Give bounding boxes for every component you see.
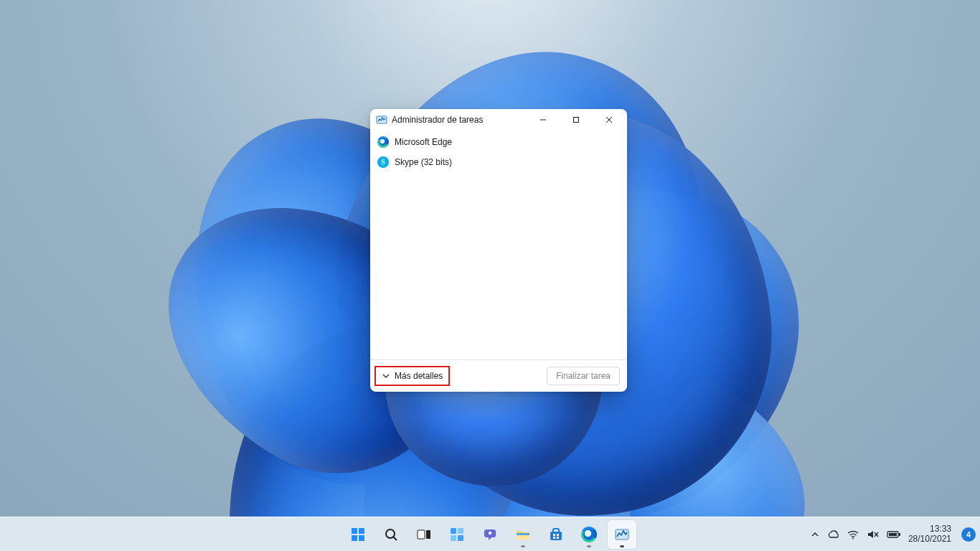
tray-overflow-icon[interactable] <box>811 530 819 539</box>
task-view-button[interactable] <box>410 520 438 549</box>
svg-line-10 <box>394 537 397 540</box>
svg-rect-7 <box>352 535 357 541</box>
window-title: Administrador de tareas <box>392 115 527 125</box>
svg-rect-13 <box>451 528 456 534</box>
svg-rect-6 <box>359 528 364 534</box>
edge-icon <box>377 136 389 148</box>
window-footer: Más detalles Finalizar tarea <box>370 359 627 392</box>
close-button[interactable] <box>593 109 626 131</box>
notification-badge[interactable]: 4 <box>961 527 976 542</box>
onedrive-icon[interactable] <box>826 529 839 540</box>
task-manager-button[interactable] <box>608 520 636 549</box>
svg-rect-2 <box>574 118 579 123</box>
more-details-button[interactable]: Más detalles <box>374 366 450 386</box>
taskbar[interactable]: 13:33 28/10/2021 4 <box>0 517 980 551</box>
ms-store-button[interactable] <box>542 520 570 549</box>
minimize-button[interactable] <box>527 109 560 131</box>
svg-rect-20 <box>517 533 529 535</box>
svg-rect-21 <box>550 532 562 540</box>
svg-point-27 <box>852 537 854 539</box>
svg-rect-15 <box>451 535 456 541</box>
task-list[interactable]: Microsoft Edge S Skype (32 bits) <box>370 131 627 359</box>
search-button[interactable] <box>377 520 405 549</box>
maximize-button[interactable] <box>560 109 593 131</box>
edge-icon <box>581 527 597 542</box>
svg-rect-14 <box>458 528 463 534</box>
taskbar-center <box>344 520 636 549</box>
more-details-label: Más detalles <box>395 371 443 381</box>
chevron-down-icon <box>382 372 390 380</box>
task-manager-window[interactable]: Administrador de tareas Microsoft Edge S… <box>370 109 627 392</box>
task-row-edge[interactable]: Microsoft Edge <box>373 132 624 152</box>
svg-rect-23 <box>557 534 559 536</box>
svg-point-18 <box>489 531 491 534</box>
start-button[interactable] <box>344 520 372 549</box>
svg-point-9 <box>386 529 395 538</box>
svg-rect-22 <box>553 534 555 536</box>
taskbar-right: 13:33 28/10/2021 4 <box>811 517 976 551</box>
task-label: Skype (32 bits) <box>395 157 452 167</box>
svg-rect-11 <box>418 530 425 539</box>
svg-rect-12 <box>426 530 430 539</box>
titlebar[interactable]: Administrador de tareas <box>370 109 627 131</box>
system-tray[interactable] <box>811 529 901 540</box>
date-label: 28/10/2021 <box>908 534 951 545</box>
svg-rect-25 <box>557 537 559 539</box>
clock[interactable]: 13:33 28/10/2021 <box>908 524 951 545</box>
time-label: 13:33 <box>908 524 951 534</box>
edge-button[interactable] <box>575 520 603 549</box>
task-row-skype[interactable]: S Skype (32 bits) <box>373 152 624 172</box>
volume-mute-icon[interactable] <box>867 529 880 540</box>
svg-rect-32 <box>889 533 897 536</box>
svg-rect-24 <box>553 537 555 539</box>
wifi-icon[interactable] <box>847 529 859 540</box>
svg-rect-5 <box>352 528 357 534</box>
svg-rect-16 <box>458 535 463 541</box>
file-explorer-button[interactable] <box>509 520 537 549</box>
skype-icon: S <box>377 156 389 168</box>
battery-icon[interactable] <box>887 530 901 539</box>
chat-button[interactable] <box>476 520 504 549</box>
end-task-button[interactable]: Finalizar tarea <box>547 367 620 385</box>
task-manager-icon <box>376 114 387 126</box>
svg-rect-8 <box>359 535 364 541</box>
svg-rect-31 <box>899 533 900 536</box>
task-label: Microsoft Edge <box>395 137 452 147</box>
widgets-button[interactable] <box>443 520 471 549</box>
